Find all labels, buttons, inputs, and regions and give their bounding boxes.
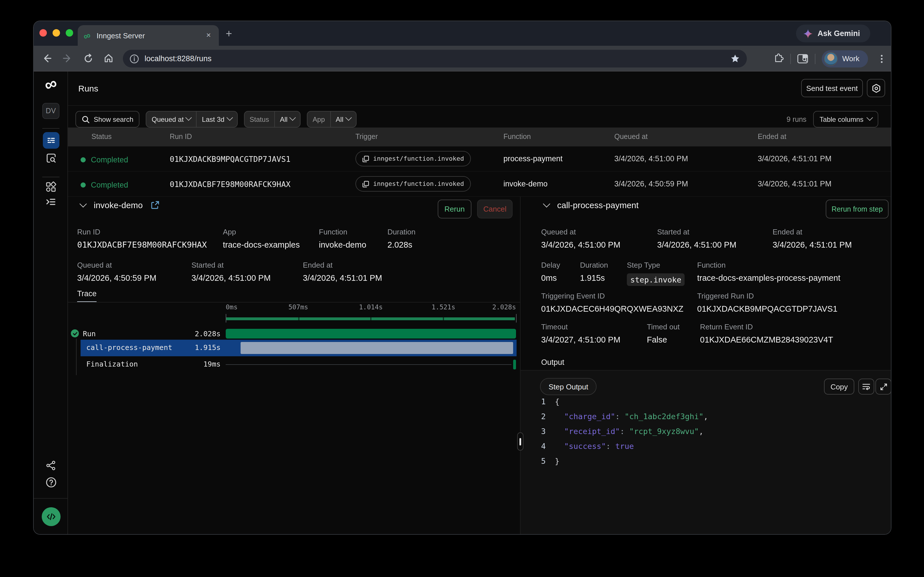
browser-tabstrip: ∞ Inngest Server × + Ask Gemini <box>34 21 891 46</box>
back-icon[interactable] <box>38 50 55 67</box>
external-link-icon[interactable] <box>151 201 159 209</box>
table-header: Status Run ID Trigger Function Queued at… <box>68 127 891 147</box>
profile-button[interactable]: Work <box>822 50 868 67</box>
avatar <box>824 52 838 66</box>
copy-button[interactable]: Copy <box>824 379 854 395</box>
field-started-at: Started at 3/4/2026, 4:51:00 PM <box>191 261 271 282</box>
app-link[interactable]: trace-docs-examples <box>223 240 300 249</box>
run-title: invoke-demo <box>94 200 143 210</box>
field-triggered-run-id: Triggered Run ID 01KJXDACKB9MPQACGTDP7JA… <box>697 292 837 313</box>
trace-bar-finalization[interactable] <box>513 360 516 369</box>
trace-row-run-duration: 2.028s <box>181 329 220 338</box>
collapse-chevron-icon[interactable] <box>79 200 87 207</box>
table-row[interactable]: Completed 01KJXDACBF7E98M00RAFCK9HAX inn… <box>68 172 891 197</box>
status-filter[interactable]: Status All <box>244 111 301 127</box>
sidebar-item-events[interactable] <box>34 152 68 164</box>
step-function-link[interactable]: trace-docs-examples-process-payment <box>697 273 840 282</box>
tab-output[interactable]: Output <box>541 357 564 367</box>
new-tab-button[interactable]: + <box>226 28 232 39</box>
trace-row-run-label[interactable]: Run <box>83 329 96 338</box>
gemini-icon <box>803 29 812 38</box>
browser-tab[interactable]: ∞ Inngest Server × <box>78 25 219 46</box>
window-zoom-button[interactable] <box>66 29 73 37</box>
cancel-button[interactable]: Cancel <box>477 200 513 218</box>
step-ended-at-value: 3/4/2026, 4:51:01 PM <box>773 240 852 249</box>
row-run-id: 01KJXDACBF7E98M00RAFCK9HAX <box>170 180 291 189</box>
help-icon <box>45 476 57 488</box>
env-badge[interactable]: DV <box>34 103 68 119</box>
field-function: Function invoke-demo <box>319 227 366 249</box>
sidebar-divider-1 <box>42 128 59 129</box>
reload-icon[interactable] <box>79 50 96 67</box>
profile-label: Work <box>842 54 860 63</box>
status-filter-select[interactable]: All <box>274 111 300 127</box>
return-event-id-link[interactable]: 01KJXDAE66CMZMB28439023V4T <box>700 335 833 344</box>
forward-icon[interactable] <box>59 50 76 67</box>
rerun-from-step-button[interactable]: Rerun from step <box>826 200 889 218</box>
apps-icon <box>45 181 56 193</box>
chevron-down-icon <box>226 114 233 121</box>
runs-count: 9 runs <box>787 115 807 123</box>
dev-code-button[interactable] <box>42 507 60 526</box>
event-icon <box>362 181 369 187</box>
extensions-icon[interactable] <box>773 53 784 64</box>
col-status: Status <box>92 133 112 141</box>
triggering-event-id-link[interactable]: 01KJXDACEC6H49QRQXWEA93NXZ <box>541 304 683 313</box>
trace-row-finalization-label[interactable]: Finalization <box>86 360 138 368</box>
trace-row-step-duration: 1.915s <box>181 343 220 352</box>
home-icon[interactable] <box>100 50 117 67</box>
field-step-ended-at: Ended at 3/4/2026, 4:51:01 PM <box>773 227 852 249</box>
sidebar-item-runs[interactable] <box>34 132 68 149</box>
time-range-value: Last 3d <box>202 115 225 123</box>
status-label: Status <box>250 115 269 123</box>
trace-bar-step[interactable] <box>241 342 513 354</box>
window-minimize-button[interactable] <box>53 29 60 37</box>
table-row[interactable]: Completed 01KJXDACKB9MPQACGTDP7JAVS1 inn… <box>68 147 891 172</box>
triggered-run-id-link[interactable]: 01KJXDACKB9MPQACGTDP7JAVS1 <box>697 304 837 313</box>
trace-bar-run[interactable] <box>226 329 516 338</box>
tab-close-icon[interactable]: × <box>204 31 213 40</box>
settings-gear-button[interactable] <box>867 79 885 97</box>
run-detail-panel: invoke-demo Rerun Cancel Run ID 01KJXDAC… <box>68 197 891 534</box>
sidebar-item-functions[interactable] <box>34 196 68 208</box>
collapse-chevron-icon[interactable] <box>543 200 550 207</box>
panel-resize-handle[interactable] <box>517 432 524 451</box>
delay-value: 0ms <box>541 273 560 282</box>
time-range-select[interactable]: Last 3d <box>196 111 237 127</box>
sidebar-item-apps[interactable] <box>34 181 68 193</box>
queued-at-field-select[interactable]: Queued at <box>146 111 196 127</box>
app-filter-select[interactable]: All <box>330 111 356 127</box>
rerun-button[interactable]: Rerun <box>438 200 471 218</box>
app-filter[interactable]: App All <box>307 111 356 127</box>
sidebar-item-share[interactable] <box>34 460 68 471</box>
url-text: localhost:8288/runs <box>145 54 730 63</box>
expand-button[interactable] <box>876 379 891 395</box>
browser-menu-icon[interactable] <box>877 53 886 64</box>
queued-at-filter[interactable]: Queued at Last 3d <box>146 111 238 127</box>
trace-row-step-label[interactable]: call-process-payment <box>86 343 172 352</box>
show-search-button[interactable]: Show search <box>76 111 140 127</box>
col-run-id: Run ID <box>170 133 192 141</box>
wrap-text-button[interactable] <box>858 379 874 395</box>
ask-gemini-button[interactable]: Ask Gemini <box>796 24 870 42</box>
side-panel-search-icon[interactable] <box>797 53 808 64</box>
site-info-icon[interactable] <box>130 54 139 63</box>
field-ended-at: Ended at 3/4/2026, 4:51:01 PM <box>303 261 382 282</box>
step-output-pill[interactable]: Step Output <box>540 378 597 395</box>
app-filter-label-seg: App <box>307 111 330 127</box>
trace-minimap[interactable] <box>226 318 515 320</box>
step-started-at-value: 3/4/2026, 4:51:00 PM <box>657 240 736 249</box>
function-link[interactable]: invoke-demo <box>319 240 366 249</box>
bookmark-star-icon[interactable] <box>730 54 740 63</box>
row-ended-at: 3/4/2026, 4:51:01 PM <box>758 180 831 188</box>
tab-trace[interactable]: Trace <box>77 288 96 298</box>
run-id-value: 01KJXDACBF7E98M00RAFCK9HAX <box>77 240 207 249</box>
send-test-event-button[interactable]: Send test event <box>801 79 863 97</box>
trigger-pill[interactable]: inngest/function.invoked <box>355 151 471 166</box>
trigger-pill[interactable]: inngest/function.invoked <box>355 176 471 192</box>
sidebar-item-help[interactable] <box>34 476 68 488</box>
url-bar[interactable]: localhost:8288/runs <box>123 50 747 68</box>
show-search-label: Show search <box>94 115 133 123</box>
window-close-button[interactable] <box>39 29 47 37</box>
table-columns-button[interactable]: Table columns <box>813 111 878 127</box>
